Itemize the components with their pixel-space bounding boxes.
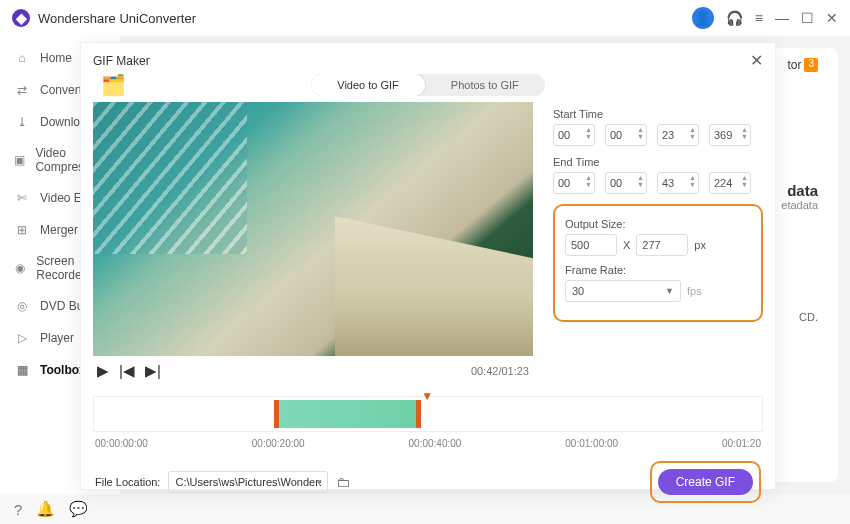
output-height-input[interactable]: 277 [636, 234, 688, 256]
end-seconds-input[interactable]: 43▲▼ [657, 172, 699, 194]
playhead-icon[interactable]: ▼ [421, 389, 433, 403]
minimize-button[interactable]: — [775, 10, 789, 26]
tick: 00:01:00:00 [565, 438, 618, 449]
play-icon: ▷ [14, 330, 30, 346]
sidebar-item-label: Player [40, 331, 74, 345]
video-preview[interactable] [93, 102, 533, 356]
output-settings-box: Output Size: 500 X 277 px Frame Rate: 30… [553, 204, 763, 322]
val: 500 [571, 239, 589, 251]
val: 277 [642, 239, 660, 251]
stepper-arrows-icon[interactable]: ▲▼ [689, 174, 696, 188]
stepper-arrows-icon[interactable]: ▲▼ [585, 126, 592, 140]
compress-icon: ▣ [14, 152, 25, 168]
record-icon: ◉ [14, 260, 26, 276]
close-window-button[interactable]: ✕ [826, 10, 838, 26]
tick: 00:00:20:00 [252, 438, 305, 449]
create-gif-button[interactable]: Create GIF [658, 469, 753, 495]
file-location-select[interactable]: C:\Users\ws\Pictures\Wonders▾ [168, 471, 328, 493]
val: 369 [714, 129, 732, 141]
scissors-icon: ✄ [14, 190, 30, 206]
headset-icon[interactable]: 🎧 [726, 10, 743, 26]
tab-video-to-gif[interactable]: Video to GIF [311, 74, 425, 96]
fps-label: fps [687, 285, 702, 297]
stepper-arrows-icon[interactable]: ▲▼ [689, 126, 696, 140]
menu-icon[interactable]: ≡ [755, 10, 763, 26]
end-minutes-input[interactable]: 00▲▼ [605, 172, 647, 194]
chevron-down-icon: ▾ [317, 477, 322, 487]
maximize-button[interactable]: ☐ [801, 10, 814, 26]
stepper-arrows-icon[interactable]: ▲▼ [637, 126, 644, 140]
sidebar-item-label: Merger [40, 223, 78, 237]
val: 00 [558, 129, 570, 141]
val: 00 [610, 129, 622, 141]
timeline: ▼ 00:00:00:00 00:00:20:00 00:00:40:00 00… [81, 386, 775, 449]
start-hours-input[interactable]: 00▲▼ [553, 124, 595, 146]
sidebar-item-label: Toolbox [40, 363, 86, 377]
chevron-down-icon: ▼ [665, 286, 674, 296]
stepper-arrows-icon[interactable]: ▲▼ [741, 174, 748, 188]
download-icon: ⤓ [14, 114, 30, 130]
converter-icon: ⇄ [14, 82, 30, 98]
x-label: X [623, 239, 630, 251]
stepper-arrows-icon[interactable]: ▲▼ [637, 174, 644, 188]
tick: 00:01:20 [722, 438, 761, 449]
open-folder-button[interactable]: 🗀 [336, 474, 350, 490]
app-title: Wondershare UniConverter [38, 11, 692, 26]
stepper-arrows-icon[interactable]: ▲▼ [585, 174, 592, 188]
player-controls: ▶ |◀ ▶| 00:42/01:23 [93, 356, 533, 386]
val: 30 [572, 285, 584, 297]
add-file-icon[interactable]: 🗂️₊ [101, 73, 123, 95]
val: 23 [662, 129, 674, 141]
stepper-arrows-icon[interactable]: ▲▼ [741, 126, 748, 140]
px-label: px [694, 239, 706, 251]
val: 00 [610, 177, 622, 189]
output-width-input[interactable]: 500 [565, 234, 617, 256]
val: 43 [662, 177, 674, 189]
play-button[interactable]: ▶ [97, 362, 109, 380]
disc-icon: ◎ [14, 298, 30, 314]
sidebar-item-label: Home [40, 51, 72, 65]
time-display: 00:42/01:23 [471, 365, 529, 377]
tick: 00:00:40:00 [409, 438, 462, 449]
end-hours-input[interactable]: 00▲▼ [553, 172, 595, 194]
toolbox-icon: ▦ [14, 362, 30, 378]
tick: 00:00:00:00 [95, 438, 148, 449]
val: 224 [714, 177, 732, 189]
modal-title: GIF Maker [93, 54, 750, 68]
home-icon: ⌂ [14, 50, 30, 66]
timeline-track[interactable]: ▼ [93, 396, 763, 432]
avatar[interactable]: 👤 [692, 7, 714, 29]
create-gif-highlight: Create GIF [650, 461, 761, 503]
end-ms-input[interactable]: 224▲▼ [709, 172, 751, 194]
help-icon[interactable]: ? [14, 501, 22, 518]
output-size-label: Output Size: [565, 218, 751, 230]
val: C:\Users\ws\Pictures\Wonders [175, 476, 321, 488]
frame-rate-label: Frame Rate: [565, 264, 751, 276]
bell-icon[interactable]: 🔔 [36, 500, 55, 518]
close-modal-button[interactable]: ✕ [750, 51, 763, 70]
next-frame-button[interactable]: ▶| [145, 362, 161, 380]
end-time-label: End Time [553, 156, 763, 168]
mode-tabs: Video to GIF Photos to GIF [311, 74, 544, 96]
start-ms-input[interactable]: 369▲▼ [709, 124, 751, 146]
file-location-label: File Location: [95, 476, 160, 488]
start-seconds-input[interactable]: 23▲▼ [657, 124, 699, 146]
titlebar: ◆ Wondershare UniConverter 👤 🎧 ≡ — ☐ ✕ [0, 0, 850, 36]
val: 00 [558, 177, 570, 189]
selection-range[interactable] [274, 400, 421, 428]
merge-icon: ⊞ [14, 222, 30, 238]
frame-rate-select[interactable]: 30▼ [565, 280, 681, 302]
bg-text: tor [787, 58, 801, 72]
start-minutes-input[interactable]: 00▲▼ [605, 124, 647, 146]
tab-photos-to-gif[interactable]: Photos to GIF [425, 74, 545, 96]
prev-frame-button[interactable]: |◀ [119, 362, 135, 380]
gif-maker-modal: GIF Maker ✕ 🗂️₊ Video to GIF Photos to G… [80, 42, 776, 490]
app-logo-icon: ◆ [12, 9, 30, 27]
badge: 3 [804, 58, 818, 72]
start-time-label: Start Time [553, 108, 763, 120]
